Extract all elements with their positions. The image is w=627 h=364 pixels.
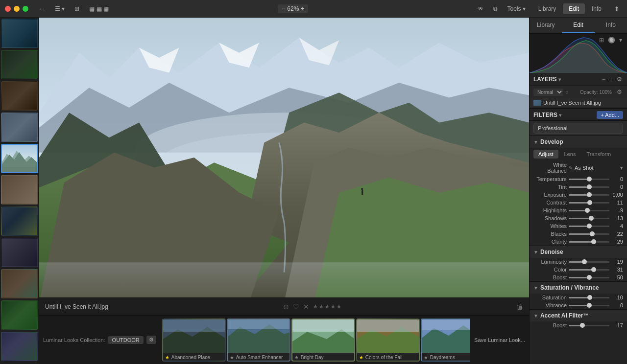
menu-button[interactable]: ☰ ▾ (52, 4, 68, 14)
panel-nav-info[interactable]: Info (595, 18, 627, 33)
shadows-track[interactable] (569, 218, 609, 219)
blend-mode-select[interactable]: Normal (533, 89, 563, 96)
compare-button[interactable]: ⧉ (490, 4, 501, 14)
filmstrip-item-2[interactable] (1, 50, 38, 79)
export-button[interactable]: ⬆ (611, 4, 622, 14)
saturation-track[interactable] (569, 297, 609, 298)
collection-name[interactable]: OUTDOOR (108, 336, 144, 344)
circle-icon[interactable]: ⊙ (283, 303, 289, 311)
tint-track[interactable] (569, 186, 609, 188)
accent-ai-boost-track[interactable] (569, 325, 609, 326)
tab-edit[interactable]: Edit (563, 3, 585, 14)
exposure-thumb[interactable] (587, 192, 592, 197)
wb-dropdown-icon[interactable]: ▾ (620, 165, 623, 171)
saturation-section-header[interactable]: ▼ Saturation / Vibrance (530, 281, 627, 294)
look-favorite-star[interactable]: ★ (294, 355, 299, 360)
add-filter-button[interactable]: + Add... (597, 111, 623, 119)
star-5[interactable]: ★ (337, 303, 341, 310)
panel-nav-edit[interactable]: Edit (562, 18, 594, 33)
layers-add-button[interactable]: + (608, 75, 614, 84)
layout-button[interactable]: ⊞ (72, 4, 82, 14)
filmstrip-item-6[interactable] (1, 175, 38, 205)
whites-thumb[interactable] (587, 224, 592, 228)
histogram-settings-button[interactable]: 🔘 (607, 36, 616, 45)
layers-minimize-button[interactable]: − (601, 75, 606, 84)
accent-ai-boost-thumb[interactable] (580, 323, 585, 328)
whites-track[interactable] (569, 226, 609, 227)
sub-tab-lens[interactable]: Lens (559, 150, 581, 159)
denoise-boost-thumb[interactable] (587, 275, 592, 280)
filmstrip-item-9[interactable] (1, 269, 38, 298)
eye-button[interactable]: 👁 (475, 4, 486, 14)
luminosity-track[interactable] (569, 261, 609, 263)
star-2[interactable]: ★ (319, 303, 324, 310)
back-button[interactable]: ← (36, 4, 48, 14)
tab-info[interactable]: Info (586, 3, 607, 14)
look-favorite-star[interactable]: ★ (424, 355, 428, 360)
main-image-view[interactable] (39, 18, 529, 297)
shadows-thumb[interactable] (589, 216, 594, 221)
layers-chevron[interactable]: ▾ (558, 77, 561, 82)
zoom-out-icon[interactable]: − (282, 5, 285, 12)
opacity-settings-button[interactable]: ⚙ (616, 88, 623, 96)
color-denoise-thumb[interactable] (591, 267, 596, 272)
tab-library[interactable]: Library (532, 3, 562, 14)
wb-pencil-icon[interactable]: ✎ (569, 165, 573, 171)
minimize-button[interactable] (14, 6, 20, 12)
luminosity-thumb[interactable] (582, 259, 587, 264)
filmstrip-item-3[interactable] (1, 81, 38, 111)
look-favorite-star[interactable]: ★ (359, 355, 363, 360)
zoom-control[interactable]: − 62% + (278, 4, 308, 13)
look-item-colors-fall[interactable]: ★ Colors of the Fall (356, 318, 420, 362)
star-1[interactable]: ★ (313, 303, 318, 310)
filmstrip-item-7[interactable] (1, 206, 38, 236)
look-item-daydreams[interactable]: ★ Daydreams (421, 318, 470, 362)
blacks-track[interactable] (569, 233, 609, 235)
heart-icon[interactable]: ♡ (293, 303, 299, 311)
look-item-abandoned-place[interactable]: ★ Abandoned Place (162, 318, 226, 362)
filters-chevron[interactable]: ▾ (559, 113, 561, 118)
filmstrip-item-11[interactable] (1, 332, 38, 361)
collection-settings-button[interactable]: ⚙ (146, 336, 156, 344)
filmstrip-item-10[interactable] (1, 300, 38, 330)
filter-preset-select[interactable]: Professional (533, 123, 623, 134)
filmstrip-item-4[interactable] (1, 113, 38, 142)
contrast-track[interactable] (569, 202, 609, 204)
layers-settings-button[interactable]: ⚙ (616, 75, 623, 84)
tools-button[interactable]: Tools ▾ (505, 4, 529, 14)
star-3[interactable]: ★ (325, 303, 330, 310)
filmstrip-item-8[interactable] (1, 238, 38, 267)
sub-tab-transform[interactable]: Transform (581, 150, 616, 159)
filmstrip-item-1[interactable] (1, 19, 38, 48)
exposure-track[interactable] (569, 194, 609, 196)
histogram-grid-button[interactable]: ⊞ (598, 36, 605, 45)
filmstrip-item-5[interactable] (1, 144, 38, 173)
vibrance-thumb[interactable] (587, 303, 592, 308)
histogram-arrow-button[interactable]: ▾ (618, 36, 623, 45)
fullscreen-button[interactable] (23, 6, 28, 12)
contrast-thumb[interactable] (587, 200, 592, 205)
vibrance-track[interactable] (569, 305, 609, 306)
saturation-thumb[interactable] (587, 295, 592, 300)
temperature-track[interactable] (569, 179, 609, 180)
highlights-thumb[interactable] (585, 208, 590, 213)
accent-ai-section-header[interactable]: ▼ Accent AI Filter™ (530, 309, 627, 321)
look-item-auto-smart-enhancer[interactable]: ★ Auto Smart Enhancer (227, 318, 290, 362)
panel-nav-library[interactable]: Library (530, 18, 562, 33)
clarity-track[interactable] (569, 241, 609, 243)
denoise-section-header[interactable]: ▼ Denoise (530, 246, 627, 258)
star-4[interactable]: ★ (331, 303, 336, 310)
zoom-in-icon[interactable]: + (301, 5, 304, 12)
layers-item-row[interactable]: Untill I_ve Seen it All.jpg (530, 98, 627, 108)
look-favorite-star[interactable]: ★ (165, 355, 169, 360)
clarity-thumb[interactable] (591, 239, 596, 244)
develop-section-header[interactable]: ▼ Develop (530, 136, 627, 148)
blacks-thumb[interactable] (590, 231, 595, 236)
save-luminar-look-button[interactable]: Save Luminar Look... (470, 337, 529, 343)
look-item-bright-day[interactable]: ★ Bright Day (291, 318, 355, 362)
close-button[interactable] (5, 6, 11, 12)
filmstrip-button[interactable]: ▦ ▦ ▦ (86, 4, 112, 14)
look-favorite-star[interactable]: ★ (230, 355, 234, 360)
sub-tab-adjust[interactable]: Adjust (533, 150, 558, 159)
highlights-track[interactable] (569, 210, 609, 211)
